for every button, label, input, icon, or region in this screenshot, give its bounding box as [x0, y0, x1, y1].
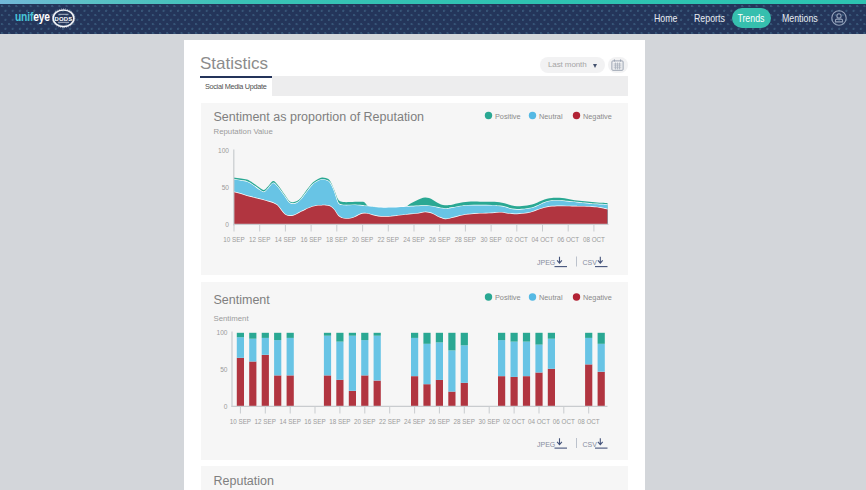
- svg-text:20 SEP: 20 SEP: [354, 417, 375, 424]
- svg-text:Positive: Positive: [495, 112, 521, 121]
- svg-text:30 SEP: 30 SEP: [479, 417, 500, 424]
- svg-text:Neutral: Neutral: [539, 112, 563, 121]
- svg-text:0: 0: [225, 221, 229, 228]
- svg-text:50: 50: [222, 184, 230, 191]
- svg-text:18 SEP: 18 SEP: [329, 417, 350, 424]
- svg-text:10 SEP: 10 SEP: [223, 236, 244, 243]
- svg-text:06 OCT: 06 OCT: [553, 417, 575, 424]
- svg-text:100: 100: [216, 329, 227, 336]
- svg-text:22 SEP: 22 SEP: [378, 236, 399, 243]
- svg-text:06 OCT: 06 OCT: [557, 236, 579, 243]
- svg-text:02 OCT: 02 OCT: [506, 236, 528, 243]
- svg-text:50: 50: [220, 365, 228, 372]
- svg-text:18 SEP: 18 SEP: [326, 236, 347, 243]
- svg-text:20 SEP: 20 SEP: [352, 236, 373, 243]
- svg-text:24 SEP: 24 SEP: [404, 417, 425, 424]
- svg-text:JPEG: JPEG: [537, 259, 555, 266]
- svg-text:02 OCT: 02 OCT: [503, 417, 525, 424]
- svg-text:DODS: DODS: [55, 16, 73, 22]
- svg-text:10 SEP: 10 SEP: [230, 417, 251, 424]
- svg-text:Negative: Negative: [583, 293, 612, 302]
- svg-text:CSV: CSV: [583, 259, 598, 266]
- svg-text:Negative: Negative: [583, 112, 612, 121]
- svg-text:12 SEP: 12 SEP: [249, 236, 270, 243]
- svg-text:CSV: CSV: [583, 440, 598, 447]
- svg-text:Positive: Positive: [495, 293, 521, 302]
- svg-text:14 SEP: 14 SEP: [280, 417, 301, 424]
- svg-text:08 OCT: 08 OCT: [583, 236, 605, 243]
- svg-text:16 SEP: 16 SEP: [304, 417, 325, 424]
- svg-text:12 SEP: 12 SEP: [255, 417, 276, 424]
- svg-text:0: 0: [224, 402, 228, 409]
- svg-text:26 SEP: 26 SEP: [429, 236, 450, 243]
- svg-text:04 OCT: 04 OCT: [528, 417, 550, 424]
- svg-text:24 SEP: 24 SEP: [403, 236, 424, 243]
- svg-text:30 SEP: 30 SEP: [480, 236, 501, 243]
- svg-text:16 SEP: 16 SEP: [300, 236, 321, 243]
- svg-text:08 OCT: 08 OCT: [578, 417, 600, 424]
- svg-text:100: 100: [218, 147, 229, 154]
- svg-text:22 SEP: 22 SEP: [379, 417, 400, 424]
- svg-text:28 SEP: 28 SEP: [455, 236, 476, 243]
- svg-text:26 SEP: 26 SEP: [429, 417, 450, 424]
- svg-text:JPEG: JPEG: [537, 440, 555, 447]
- svg-text:14 SEP: 14 SEP: [275, 236, 296, 243]
- svg-text:Neutral: Neutral: [539, 293, 563, 302]
- svg-text:28 SEP: 28 SEP: [454, 417, 475, 424]
- svg-text:04 OCT: 04 OCT: [531, 236, 553, 243]
